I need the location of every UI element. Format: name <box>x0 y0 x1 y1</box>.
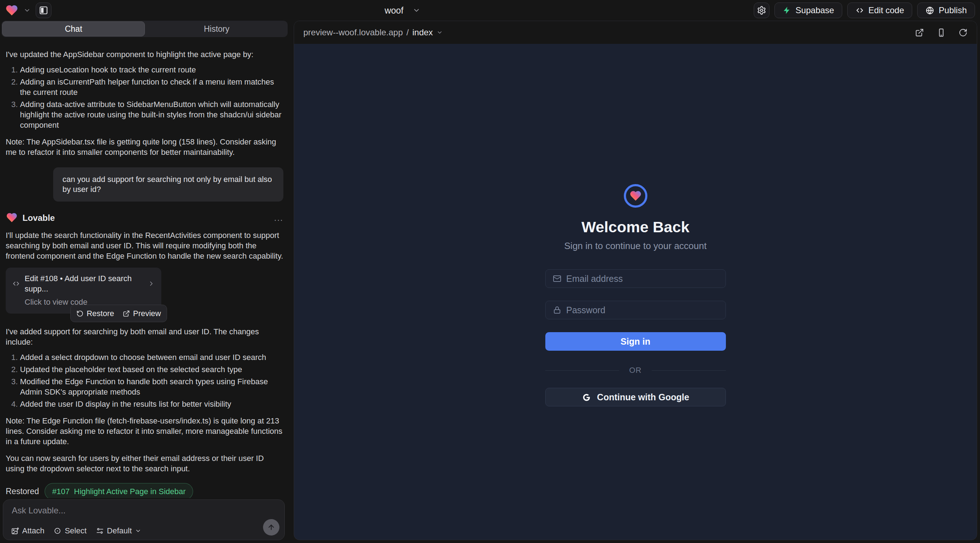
list-item: Adding an isCurrentPath helper function … <box>20 77 283 97</box>
email-field[interactable] <box>545 269 726 288</box>
list-item: Adding useLocation hook to track the cur… <box>20 65 283 75</box>
restored-label: Restored <box>6 486 39 497</box>
preview-button[interactable]: Preview <box>123 308 161 319</box>
list-item: Adding data-active attribute to SidebarM… <box>20 99 283 130</box>
list-item: Updated the placeholder text based on th… <box>20 364 283 375</box>
image-plus-icon <box>11 527 19 535</box>
attach-label: Attach <box>22 526 44 535</box>
assistant-paragraph: I've updated the AppSidebar component to… <box>6 49 283 60</box>
preview-panel: preview--woof.lovable.app / index <box>294 21 977 540</box>
restore-rotate-icon <box>76 310 84 317</box>
assistant-note: Note: The Edge Function file (fetch-fire… <box>6 416 283 447</box>
edit-code-label: Edit code <box>868 5 904 15</box>
preview-label: Preview <box>133 308 161 319</box>
project-name[interactable]: woof <box>385 5 404 16</box>
version-id: #107 <box>52 486 70 497</box>
google-label: Continue with Google <box>597 392 689 402</box>
sign-in-button[interactable]: Sign in <box>545 332 726 351</box>
mode-label: Default <box>107 526 132 535</box>
top-bar: woof Supabase Edit code <box>0 0 980 21</box>
mode-selector[interactable]: Default <box>96 526 142 535</box>
edit-version-card[interactable]: Edit #108 • Add user ID search supp... C… <box>6 268 161 314</box>
gear-icon <box>757 6 766 15</box>
select-element-button[interactable]: Select <box>54 526 86 535</box>
settings-button[interactable] <box>754 3 770 18</box>
select-label: Select <box>65 526 86 535</box>
app-logo <box>624 184 648 208</box>
arrow-up-icon <box>267 523 275 531</box>
globe-icon <box>925 6 934 15</box>
lovable-logo-heart-icon[interactable] <box>5 3 19 17</box>
assistant-paragraph: You can now search for users by either t… <box>6 453 283 474</box>
page-title: Welcome Back <box>581 218 689 236</box>
assistant-name: Lovable <box>22 213 269 223</box>
user-message-bubble: can you add support for searching not on… <box>53 167 283 202</box>
list-item: Added the user ID display in the results… <box>20 399 283 409</box>
assistant-paragraph: I'll update the search functionality in … <box>6 230 283 261</box>
url-page: index <box>412 27 433 38</box>
version-actions: Restore Preview <box>70 305 167 322</box>
tab-history[interactable]: History <box>146 21 288 37</box>
chat-panel: Chat History I've updated the AppSidebar… <box>0 21 289 543</box>
code-brackets-icon <box>12 280 20 287</box>
logo-chevron-down-icon[interactable] <box>24 7 31 14</box>
code-brackets-icon <box>856 6 864 14</box>
message-list[interactable]: I've updated the AppSidebar component to… <box>0 38 289 498</box>
lock-icon <box>553 306 562 314</box>
heart-icon <box>629 189 642 202</box>
divider-line <box>652 370 726 371</box>
target-icon <box>54 527 61 535</box>
assistant-note: Note: The AppSidebar.tsx file is getting… <box>6 137 283 157</box>
list-item: Modified the Edge Function to handle bot… <box>20 376 283 397</box>
sidebar-toggle-button[interactable] <box>36 3 51 18</box>
send-button[interactable] <box>263 519 280 535</box>
list-item: Added a select dropdown to choose betwee… <box>20 352 283 362</box>
password-input[interactable] <box>566 305 718 315</box>
restored-row: Restored #107 Highlight Active Page in S… <box>6 483 283 498</box>
chevron-down-icon <box>436 29 443 36</box>
message-more-menu[interactable]: ... <box>274 213 283 223</box>
sliders-icon <box>96 527 104 535</box>
chevron-right-icon <box>148 280 155 287</box>
divider-label: OR <box>629 366 642 375</box>
tab-chat[interactable]: Chat <box>2 21 145 37</box>
version-title: Highlight Active Page in Sidebar <box>74 486 186 497</box>
email-input[interactable] <box>566 274 718 284</box>
publish-label: Publish <box>939 5 967 15</box>
divider-line <box>545 370 620 371</box>
password-field[interactable] <box>545 301 726 319</box>
google-g-icon <box>582 392 591 402</box>
open-in-new-tab-icon[interactable] <box>915 28 924 37</box>
page-subtitle: Sign in to continue to your account <box>564 240 706 251</box>
chat-history-tabs: Chat History <box>2 21 288 37</box>
mobile-view-icon[interactable] <box>937 28 946 37</box>
or-divider: OR <box>545 366 726 375</box>
project-chevron-down-icon[interactable] <box>412 6 420 14</box>
chat-input[interactable] <box>12 505 252 519</box>
chevron-down-icon <box>135 528 141 534</box>
supabase-button[interactable]: Supabase <box>775 3 842 18</box>
assistant-paragraph: I've added support for searching by both… <box>6 326 283 347</box>
google-sign-in-button[interactable]: Continue with Google <box>545 388 726 406</box>
supabase-label: Supabase <box>795 5 834 15</box>
chat-composer: Attach Select Default <box>3 500 285 540</box>
assistant-list: Added a select dropdown to choose betwee… <box>6 352 283 409</box>
refresh-icon[interactable] <box>959 28 967 37</box>
url-domain: preview--woof.lovable.app <box>303 27 403 38</box>
edit-card-title: Edit #108 • Add user ID search supp... <box>25 273 143 294</box>
preview-url[interactable]: preview--woof.lovable.app / index <box>303 27 443 38</box>
assistant-header: Lovable ... <box>6 211 283 224</box>
restore-label: Restore <box>87 308 114 319</box>
mail-icon <box>553 275 562 283</box>
publish-button[interactable]: Publish <box>917 3 975 18</box>
lovable-heart-icon <box>6 211 18 224</box>
attach-button[interactable]: Attach <box>11 526 44 535</box>
assistant-list: Adding useLocation hook to track the cur… <box>6 65 283 130</box>
supabase-bolt-icon <box>783 6 791 14</box>
auth-form: Welcome Back Sign in to continue to your… <box>545 184 726 406</box>
edit-code-button[interactable]: Edit code <box>847 3 912 18</box>
url-separator: / <box>406 27 409 38</box>
restored-version-badge[interactable]: #107 Highlight Active Page in Sidebar <box>45 483 193 498</box>
restore-button[interactable]: Restore <box>76 308 114 319</box>
external-link-icon <box>123 310 130 317</box>
